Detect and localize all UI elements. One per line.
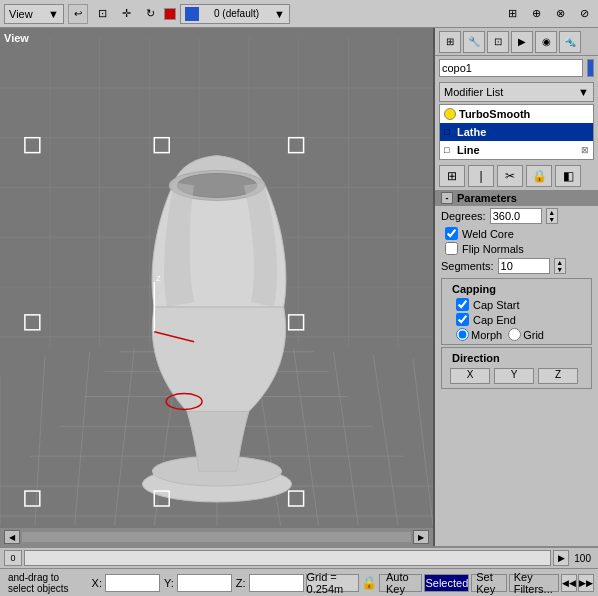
tab-icon1[interactable]: ⊞ — [439, 165, 465, 187]
x-coord-group: X: — [90, 574, 160, 592]
grid-radio[interactable] — [508, 328, 521, 341]
parameters-title: Parameters — [457, 192, 517, 204]
tab-icon4[interactable]: 🔒 — [526, 165, 552, 187]
cap-end-checkbox[interactable] — [456, 313, 469, 326]
capping-section: Capping Cap Start Cap End Morph — [441, 278, 592, 345]
mod-lathe-check: □ — [444, 127, 454, 137]
object-color-swatch[interactable] — [587, 59, 594, 77]
segments-spinner[interactable]: ▲ ▼ — [554, 258, 566, 274]
svg-line-37 — [154, 332, 194, 342]
direction-label: Direction — [446, 350, 587, 366]
utilities-icon[interactable]: 🔩 — [559, 31, 581, 53]
svg-rect-39 — [25, 138, 40, 153]
collapse-params-button[interactable]: - — [441, 192, 453, 204]
cap-start-checkbox[interactable] — [456, 298, 469, 311]
modifier-line[interactable]: □ Line ⊠ — [440, 141, 593, 159]
direction-y-btn[interactable]: Y — [494, 368, 534, 384]
tool1-icon[interactable]: ⊞ — [502, 4, 522, 24]
mod-line-label: Line — [457, 144, 480, 156]
viewport[interactable]: View — [0, 28, 435, 546]
create-icon[interactable]: ⊞ — [439, 31, 461, 53]
svg-point-47 — [166, 394, 202, 410]
right-panel: ⊞ 🔧 ⊡ ▶ ◉ 🔩 Modifier List ▼ TurboSmooth — [435, 28, 598, 546]
modifier-turbosmoother[interactable]: TurboSmooth — [440, 105, 593, 123]
segments-down[interactable]: ▼ — [555, 266, 565, 273]
tool4-icon[interactable]: ⊘ — [574, 4, 594, 24]
tab-icon2[interactable]: | — [468, 165, 494, 187]
object-name-input[interactable] — [439, 59, 583, 77]
modifier-list-dropdown[interactable]: Modifier List ▼ — [439, 82, 594, 102]
svg-line-13 — [254, 347, 281, 526]
nav-buttons: ◀◀ ▶▶ — [561, 574, 594, 592]
x-input[interactable] — [105, 574, 160, 592]
scroll-right-arrow[interactable]: ▶ — [413, 530, 429, 544]
z-input[interactable] — [249, 574, 304, 592]
flip-normals-checkbox[interactable] — [445, 242, 458, 255]
y-input[interactable] — [177, 574, 232, 592]
svg-line-15 — [333, 352, 358, 526]
x-label: X: — [92, 577, 102, 589]
nav-next-btn[interactable]: ▶▶ — [578, 574, 594, 592]
svg-line-14 — [294, 349, 319, 526]
modify-icon[interactable]: 🔧 — [463, 31, 485, 53]
direction-x-btn[interactable]: X — [450, 368, 490, 384]
svg-rect-41 — [25, 491, 40, 506]
viewport-label: View — [4, 32, 29, 44]
display-icon[interactable]: ◉ — [535, 31, 557, 53]
hierarchy-icon[interactable]: ⊡ — [487, 31, 509, 53]
degrees-input[interactable] — [490, 208, 542, 224]
scroll-left-arrow[interactable]: ◀ — [4, 530, 20, 544]
motion-icon[interactable]: ▶ — [511, 31, 533, 53]
timeline-scroll[interactable] — [24, 550, 551, 566]
grid-radio-label[interactable]: Grid — [508, 328, 544, 341]
weld-core-label: Weld Core — [462, 228, 514, 240]
segments-label: Segments: — [441, 260, 494, 272]
undo-button[interactable]: ↩ — [68, 4, 88, 24]
segments-input[interactable] — [498, 258, 550, 274]
morph-radio[interactable] — [456, 328, 469, 341]
modifier-lathe[interactable]: □ Lathe — [440, 123, 593, 141]
cap-start-row: Cap Start — [446, 297, 587, 312]
key-filters-button[interactable]: Key Filters... — [509, 574, 559, 592]
degrees-spinner[interactable]: ▲ ▼ — [546, 208, 558, 224]
tab-icon3[interactable]: ✂ — [497, 165, 523, 187]
set-key-button[interactable]: Set Key — [471, 574, 506, 592]
scroll-track[interactable] — [22, 532, 411, 542]
top-toolbar: View ▼ ↩ ⊡ ✛ ↻ 0 (default) ▼ ⊞ ⊕ ⊗ ⊘ — [0, 0, 598, 28]
chevron-icon: ▼ — [274, 8, 285, 20]
svg-line-8 — [35, 357, 45, 526]
capping-label: Capping — [446, 281, 587, 297]
tool2-icon[interactable]: ⊕ — [526, 4, 546, 24]
red-box-icon — [164, 8, 176, 20]
autokey-button[interactable]: Auto Key — [379, 574, 422, 592]
direction-z-btn[interactable]: Z — [538, 368, 578, 384]
weld-core-checkbox[interactable] — [445, 227, 458, 240]
svg-point-33 — [152, 456, 281, 486]
degrees-up[interactable]: ▲ — [547, 209, 557, 216]
flip-normals-label: Flip Normals — [462, 243, 524, 255]
layer-label: 0 (default) — [214, 8, 259, 19]
segments-up[interactable]: ▲ — [555, 259, 565, 266]
modifier-stack: TurboSmooth □ Lathe □ Line ⊠ — [439, 104, 594, 160]
morph-radio-label[interactable]: Morph — [456, 328, 502, 341]
panel-icons-top: ⊞ 🔧 ⊡ ▶ ◉ 🔩 — [435, 28, 598, 56]
layer-dropdown[interactable]: 0 (default) ▼ — [180, 4, 290, 24]
timeline-end-arrow[interactable]: ▶ — [553, 550, 569, 566]
viewport-scrollbar[interactable]: ◀ ▶ — [0, 528, 433, 546]
timeline-start-btn[interactable]: 0 — [4, 550, 22, 566]
tab-icon5[interactable]: ◧ — [555, 165, 581, 187]
lock-icon[interactable]: 🔒 — [361, 574, 377, 592]
rotate-icon[interactable]: ↻ — [140, 4, 160, 24]
svg-point-35 — [177, 174, 257, 198]
weld-core-row: Weld Core — [435, 226, 598, 241]
nav-prev-btn[interactable]: ◀◀ — [561, 574, 577, 592]
select-icon[interactable]: ⊡ — [92, 4, 112, 24]
timeline-row: 0 ▶ 100 — [0, 548, 598, 569]
selected-display: Selected — [424, 574, 469, 592]
parameters-header: - Parameters — [435, 190, 598, 206]
degrees-down[interactable]: ▼ — [547, 216, 557, 223]
view-dropdown[interactable]: View ▼ — [4, 4, 64, 24]
tool3-icon[interactable]: ⊗ — [550, 4, 570, 24]
move-icon[interactable]: ✛ — [116, 4, 136, 24]
status-message: and-drag to select objects — [4, 572, 88, 594]
